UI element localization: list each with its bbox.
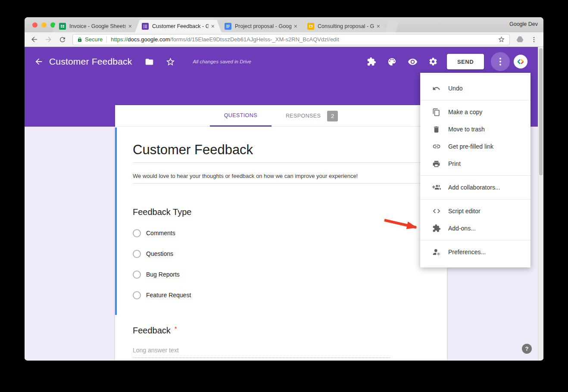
- long-answer-placeholder[interactable]: Long answer text: [133, 347, 179, 354]
- close-window-button[interactable]: [32, 22, 37, 28]
- minimize-window-button[interactable]: [41, 22, 47, 28]
- forms-favicon-icon: [142, 23, 149, 30]
- answer-underline: [133, 358, 390, 358]
- menu-item-label: Move to trash: [448, 126, 485, 133]
- trash-icon: [432, 125, 441, 134]
- save-status: All changes saved in Drive: [193, 59, 251, 64]
- radio-option-bug-reports[interactable]: Bug Reports: [133, 269, 180, 280]
- menu-item-label: Preferences...: [448, 249, 486, 255]
- option-label: Bug Reports: [146, 271, 180, 278]
- menu-item-make-a-copy[interactable]: Make a copy: [420, 103, 531, 121]
- scrollbar-thumb[interactable]: [539, 48, 543, 175]
- browser-toolbar: Secure https://docs.google.com/forms/d/1…: [25, 32, 543, 47]
- description-divider: [133, 183, 428, 184]
- menu-item-label: Script editor: [448, 208, 481, 215]
- back-arrow-icon[interactable]: [34, 57, 44, 66]
- address-bar[interactable]: Secure https://docs.google.com/forms/d/1…: [72, 34, 510, 45]
- menu-item-print[interactable]: Print: [420, 155, 531, 172]
- tab-close-icon[interactable]: ×: [294, 23, 297, 29]
- url-path: /forms/d/15ElaeE9DtsszDeb61AJgHelss-_XM-…: [170, 36, 339, 43]
- tab-title: Invoice - Google Sheets: [69, 23, 126, 29]
- star-form-icon[interactable]: [165, 57, 175, 67]
- tab-customer-feedback[interactable]: Customer Feedback - Go ×: [135, 20, 222, 32]
- tab-title: Project proposal - Googl: [235, 23, 291, 29]
- puzzle-icon: [432, 224, 441, 233]
- menu-item-label: Print: [448, 160, 461, 167]
- theme-palette-icon[interactable]: [387, 57, 397, 67]
- tab-close-icon[interactable]: ×: [211, 23, 215, 29]
- tab-project-proposal[interactable]: Project proposal - Googl ×: [218, 20, 304, 32]
- copy-icon: [432, 108, 441, 116]
- docs-favicon-icon: [225, 23, 231, 30]
- tab-consulting-proposal[interactable]: Consulting proposal - Go ×: [300, 20, 387, 32]
- form-card: QUESTIONS RESPONSES 2 Customer Feedback …: [115, 105, 447, 360]
- menu-divider: [420, 240, 531, 240]
- menu-item-label: Add collaborators...: [448, 184, 500, 191]
- overflow-menu: Undo Make a copy Move to trash Get pre-f…: [420, 73, 531, 268]
- tab-questions[interactable]: QUESTIONS: [210, 105, 272, 127]
- tab-title: Customer Feedback - Go: [152, 23, 209, 29]
- tab-close-icon[interactable]: ×: [377, 23, 380, 29]
- drive-extension-icon[interactable]: [515, 35, 524, 44]
- menu-item-label: Add-ons...: [448, 225, 476, 232]
- back-icon[interactable]: [30, 35, 38, 44]
- menu-item-label: Make a copy: [448, 109, 482, 115]
- account-avatar[interactable]: [514, 55, 527, 68]
- url-separator: [106, 36, 107, 43]
- send-button[interactable]: SEND: [447, 54, 484, 69]
- radio-option-feature-request[interactable]: Feature Request: [133, 290, 191, 300]
- refresh-icon[interactable]: [58, 35, 67, 44]
- menu-item-preferences[interactable]: Preferences...: [420, 243, 531, 261]
- link-icon: [432, 142, 441, 151]
- url-domain: docs.google.com: [128, 36, 170, 43]
- menu-item-undo[interactable]: Undo: [420, 80, 531, 97]
- forms-app-bar: Customer Feedback All changes saved in D…: [25, 52, 543, 71]
- menu-divider: [420, 100, 531, 100]
- radio-button-icon[interactable]: [133, 250, 141, 258]
- tab-close-icon[interactable]: ×: [128, 23, 132, 29]
- forward-icon[interactable]: [44, 35, 53, 44]
- tab-responses-label: RESPONSES: [286, 113, 321, 119]
- question-title[interactable]: Feedback*: [133, 326, 177, 336]
- preview-eye-icon[interactable]: [408, 57, 418, 67]
- responses-count-badge: 2: [327, 111, 338, 121]
- secure-lock-icon: [77, 37, 82, 43]
- screenshot-stage: Invoice - Google Sheets × Customer Feedb…: [0, 0, 568, 392]
- option-label: Feature Request: [146, 292, 191, 299]
- chrome-menu-icon[interactable]: [530, 35, 538, 44]
- move-to-folder-icon[interactable]: [145, 57, 154, 66]
- menu-item-script-editor[interactable]: Script editor: [420, 202, 531, 220]
- person-gear-icon: [432, 248, 441, 256]
- radio-button-icon[interactable]: [133, 229, 141, 237]
- secure-label: Secure: [85, 36, 103, 43]
- radio-option-questions[interactable]: Questions: [133, 249, 173, 259]
- menu-item-get-prefilled-link[interactable]: Get pre-filled link: [420, 138, 531, 155]
- menu-divider: [420, 175, 531, 176]
- form-title-field[interactable]: Customer Feedback: [49, 56, 132, 67]
- radio-option-comments[interactable]: Comments: [133, 228, 175, 238]
- help-button[interactable]: ?: [522, 344, 532, 354]
- browser-window: Invoice - Google Sheets × Customer Feedb…: [25, 17, 543, 361]
- required-asterisk: *: [175, 325, 177, 332]
- tab-responses[interactable]: RESPONSES 2: [272, 105, 352, 127]
- radio-button-icon[interactable]: [133, 291, 141, 299]
- bookmark-star-icon[interactable]: [498, 36, 505, 43]
- menu-item-add-ons[interactable]: Add-ons...: [420, 220, 531, 237]
- tab-invoice-sheets[interactable]: Invoice - Google Sheets ×: [52, 20, 139, 32]
- browser-profile-name: Google Dev: [509, 21, 538, 27]
- question-title[interactable]: Feedback Type: [133, 207, 191, 217]
- form-description[interactable]: We would love to hear your thoughts or f…: [133, 173, 358, 179]
- radio-button-icon[interactable]: [133, 271, 141, 279]
- page-scrollbar[interactable]: [538, 47, 543, 360]
- sheets-favicon-icon: [59, 23, 66, 30]
- addons-puzzle-icon[interactable]: [367, 57, 376, 66]
- browser-tab-strip: Invoice - Google Sheets × Customer Feedb…: [25, 17, 543, 32]
- menu-item-move-to-trash[interactable]: Move to trash: [420, 121, 531, 138]
- code-icon: [432, 207, 441, 215]
- settings-gear-icon[interactable]: [428, 57, 438, 66]
- form-card-title[interactable]: Customer Feedback: [133, 142, 253, 158]
- more-options-icon[interactable]: [491, 52, 510, 71]
- menu-divider: [420, 199, 531, 199]
- new-tab-button[interactable]: [384, 20, 400, 32]
- menu-item-add-collaborators[interactable]: Add collaborators...: [420, 179, 531, 196]
